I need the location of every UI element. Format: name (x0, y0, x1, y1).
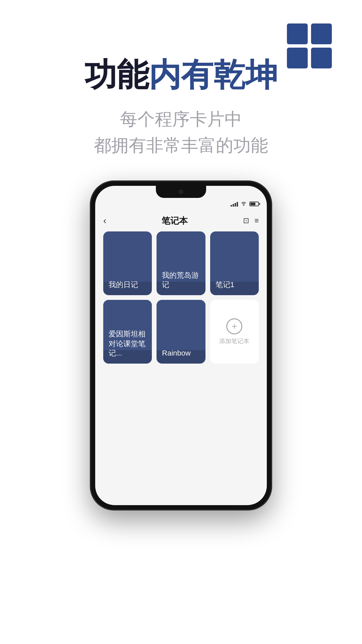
notebook-card-1[interactable]: 我的日记 (103, 231, 152, 295)
add-notebook-label: 添加笔记本 (219, 337, 249, 345)
notebook-card-2[interactable]: 我的荒岛游记 (157, 231, 205, 295)
hero-subtitle-line2: 都拥有非常丰富的功能 (0, 132, 362, 158)
bar1 (231, 205, 232, 207)
status-bar (95, 198, 267, 210)
notebook-grid: 我的日记 我的荒岛游记 笔记1 爱因斯坦相对论课堂笔记... Rainbow (100, 231, 262, 364)
bar3 (235, 203, 236, 207)
camera-dot (179, 190, 183, 194)
status-icons (231, 201, 259, 207)
icon-square-1 (287, 23, 308, 44)
hero-title: 功能内有乾坤 (0, 57, 362, 93)
notebook-label-1: 我的日记 (109, 280, 138, 290)
icon-square-2 (311, 23, 332, 44)
header-icons: ⊡ ≡ (243, 216, 259, 225)
notebook-card-5[interactable]: Rainbow (157, 300, 205, 364)
phone-screen: ‹ 笔记本 ⊡ ≡ 我的日记 我的荒岛游记 笔记1 (95, 186, 267, 505)
app-title: 笔记本 (162, 215, 188, 227)
hero-section: 功能内有乾坤 每个程序卡片中 都拥有非常丰富的功能 (0, 57, 362, 158)
add-notebook-icon: + (226, 318, 242, 334)
signal-bars-icon (231, 201, 238, 207)
notebook-card-4[interactable]: 爱因斯坦相对论课堂笔记... (103, 300, 152, 364)
bar4 (237, 202, 238, 207)
notebook-label-2: 我的荒岛游记 (162, 271, 200, 290)
notebook-card-3[interactable]: 笔记1 (210, 231, 259, 295)
bar2 (233, 204, 234, 207)
phone-outer: ‹ 笔记本 ⊡ ≡ 我的日记 我的荒岛游记 笔记1 (90, 181, 272, 510)
hero-title-black: 功能 (84, 57, 149, 93)
back-button[interactable]: ‹ (103, 215, 106, 226)
phone-mockup: ‹ 笔记本 ⊡ ≡ 我的日记 我的荒岛游记 笔记1 (90, 181, 272, 510)
notebook-label-4: 爱因斯坦相对论课堂笔记... (109, 329, 146, 358)
battery-icon (249, 202, 259, 206)
notebook-label-5: Rainbow (162, 348, 191, 358)
app-header: ‹ 笔记本 ⊡ ≡ (95, 210, 267, 231)
hero-subtitle: 每个程序卡片中 都拥有非常丰富的功能 (0, 106, 362, 158)
menu-icon[interactable]: ≡ (254, 216, 259, 225)
add-notebook-card[interactable]: + 添加笔记本 (210, 300, 259, 364)
layout-icon[interactable]: ⊡ (243, 216, 249, 225)
wifi-icon (241, 201, 247, 207)
battery-fill (250, 203, 255, 205)
phone-notch (156, 186, 206, 198)
notebook-label-3: 笔记1 (216, 280, 234, 290)
hero-title-blue: 内有乾坤 (149, 57, 278, 93)
hero-subtitle-line1: 每个程序卡片中 (0, 106, 362, 132)
